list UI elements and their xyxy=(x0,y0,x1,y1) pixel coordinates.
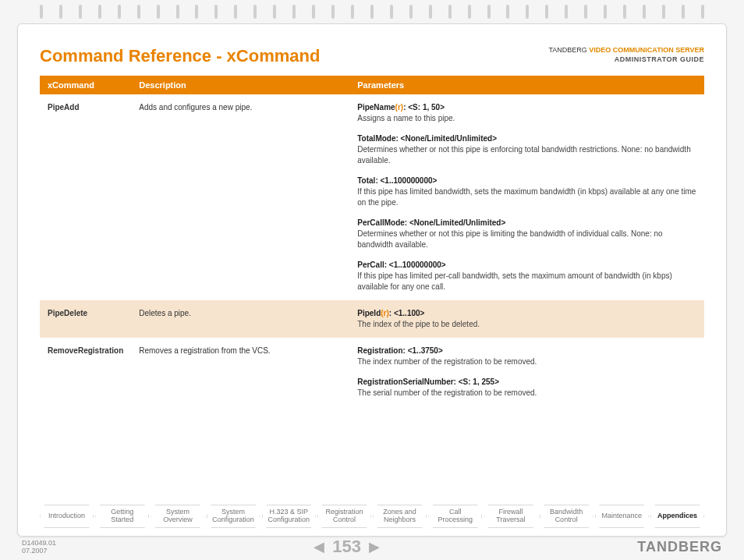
col-parameters: Parameters xyxy=(349,76,704,94)
param-label: Registration: xyxy=(357,346,406,355)
prev-page-icon[interactable]: ◀ xyxy=(314,538,324,555)
nav-tab[interactable]: H.323 & SIP Configuration xyxy=(262,505,316,528)
doc-meta: D14049.01 07.2007 xyxy=(22,539,56,555)
table-row: PipeAddAdds and configures a new pipe.Pi… xyxy=(40,94,704,300)
product-name: VIDEO COMMUNICATION SERVER xyxy=(589,46,704,54)
nav-tab[interactable]: Zones and Neighbors xyxy=(373,505,427,528)
page-header: Command Reference - xCommand TANDBERG VI… xyxy=(40,46,704,66)
command-description: Removes a registration from the VCS. xyxy=(131,338,349,406)
table-row: PipeDeleteDeletes a pipe.PipeId(r): <1..… xyxy=(40,300,704,338)
doc-type: ADMINISTRATOR GUIDE xyxy=(548,55,704,65)
param-block: Registration: <1..3750>The index number … xyxy=(357,346,696,367)
param-block: PerCallMode: <None/Limited/Unlimited>Det… xyxy=(357,218,696,250)
param-label: RegistrationSerialNumber: xyxy=(357,377,456,386)
nav-tab[interactable]: System Overview xyxy=(151,505,204,528)
command-description: Deletes a pipe. xyxy=(131,300,349,338)
command-description: Adds and configures a new pipe. xyxy=(131,94,349,300)
param-block: RegistrationSerialNumber: <S: 1, 255>The… xyxy=(357,377,696,399)
col-description: Description xyxy=(131,76,349,94)
param-label: PipeName xyxy=(357,103,395,112)
param-range: <1..100000000> xyxy=(378,176,438,185)
command-name: PipeDelete xyxy=(40,300,131,338)
param-block: PerCall: <1..100000000>If this pipe has … xyxy=(357,260,696,292)
param-block: PipeId(r): <1..100>The index of the pipe… xyxy=(357,308,696,330)
required-marker: (r) xyxy=(395,103,404,112)
param-label: PipeId xyxy=(357,309,381,317)
brand-logo: TANDBERG xyxy=(637,539,722,555)
required-marker: (r) xyxy=(381,309,389,317)
param-label: PerCallMode: xyxy=(357,218,407,227)
param-range: <S: 1, 255> xyxy=(456,377,499,386)
command-name: RemoveRegistration xyxy=(40,338,131,406)
doc-id: D14049.01 xyxy=(22,539,56,547)
table-row: RemoveRegistrationRemoves a registration… xyxy=(40,338,704,406)
command-parameters: PipeName(r): <S: 1, 50>Assigns a name to… xyxy=(349,94,704,300)
param-range: <None/Limited/Unlimited> xyxy=(407,218,505,227)
param-desc: Assigns a name to this pipe. xyxy=(357,113,696,124)
param-range: <1..3750> xyxy=(406,346,443,355)
param-desc: The serial number of the registration to… xyxy=(357,388,696,399)
param-range: <None/Limited/Unlimited> xyxy=(399,134,497,143)
page-number: 153 xyxy=(332,537,361,557)
nav-tab[interactable]: Bandwidth Control xyxy=(540,505,593,528)
nav-tab[interactable]: Maintenance xyxy=(595,505,649,528)
col-xcommand: xCommand xyxy=(40,76,131,94)
param-desc: If this pipe has limited bandwidth, sets… xyxy=(357,186,696,208)
page-container: Command Reference - xCommand TANDBERG VI… xyxy=(17,23,727,537)
page-controls: ◀ 153 ▶ xyxy=(314,537,380,557)
doc-date: 07.2007 xyxy=(22,547,56,555)
param-label: PerCall: xyxy=(357,261,387,269)
command-parameters: Registration: <1..3750>The index number … xyxy=(349,338,704,406)
param-desc: The index of the pipe to be deleted. xyxy=(357,319,696,330)
nav-tab[interactable]: Appendices xyxy=(650,505,704,528)
param-block: PipeName(r): <S: 1, 50>Assigns a name to… xyxy=(357,102,696,124)
param-desc: If this pipe has limited per-call bandwi… xyxy=(357,271,696,292)
next-page-icon[interactable]: ▶ xyxy=(369,538,380,555)
page-footer: D14049.01 07.2007 ◀ 153 ▶ TANDBERG xyxy=(22,537,722,557)
param-range: <1..100000000> xyxy=(387,261,446,269)
nav-tab[interactable]: Getting Started xyxy=(95,505,149,528)
nav-tab[interactable]: Registration Control xyxy=(317,505,371,528)
param-label: Total: xyxy=(357,176,377,185)
param-desc: Determines whether or not this pipe is e… xyxy=(357,144,696,166)
command-parameters: PipeId(r): <1..100>The index of the pipe… xyxy=(349,300,704,338)
bottom-nav: IntroductionGetting StartedSystem Overvi… xyxy=(40,505,704,528)
param-block: TotalMode: <None/Limited/Unlimited>Deter… xyxy=(357,133,696,166)
nav-tab[interactable]: Introduction xyxy=(40,505,94,528)
nav-tab[interactable]: Firewall Traversal xyxy=(484,505,537,528)
spiral-binding xyxy=(0,5,744,19)
param-desc: Determines whether or not this pipe is l… xyxy=(357,229,696,250)
command-table: xCommand Description Parameters PipeAddA… xyxy=(40,76,704,406)
page-title: Command Reference - xCommand xyxy=(40,46,320,66)
nav-tab[interactable]: System Configuration xyxy=(207,505,260,528)
header-product-info: TANDBERG VIDEO COMMUNICATION SERVER ADMI… xyxy=(548,46,704,64)
param-range: : <S: 1, 50> xyxy=(403,103,445,112)
param-block: Total: <1..100000000>If this pipe has li… xyxy=(357,175,696,208)
command-name: PipeAdd xyxy=(40,94,131,300)
nav-tab[interactable]: Call Processing xyxy=(428,505,482,528)
param-desc: The index number of the registration to … xyxy=(357,356,696,367)
param-label: TotalMode: xyxy=(357,134,399,143)
param-range: : <1..100> xyxy=(389,309,425,317)
brand-name: TANDBERG xyxy=(548,46,586,54)
